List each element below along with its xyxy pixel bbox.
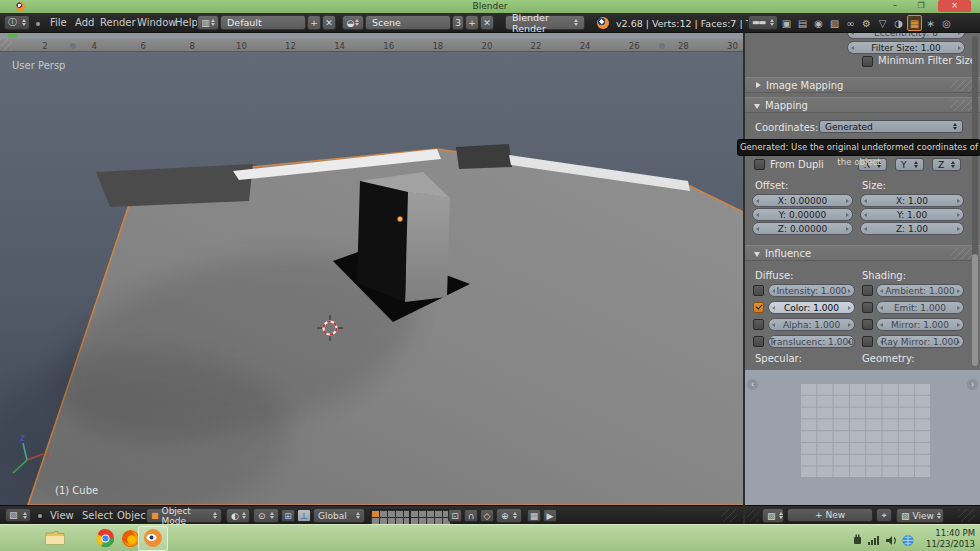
taskbar-clock[interactable]: 11:40 PM 11/23/2013: [926, 528, 975, 549]
cube-right-face[interactable]: [405, 192, 450, 302]
transform-orientation-selector[interactable]: Global: [313, 508, 365, 523]
new-image-button[interactable]: + New: [787, 508, 873, 522]
manipulator-toggle[interactable]: ⊞: [281, 509, 295, 522]
world-properties-tab[interactable]: ◉: [811, 15, 826, 31]
file-explorer-icon[interactable]: [44, 528, 66, 548]
particles-properties-tab[interactable]: ∗: [923, 15, 938, 31]
coordinates-dropdown[interactable]: Generated: [819, 120, 963, 133]
diffuse-intensity-checkbox[interactable]: [753, 285, 764, 296]
diffuse-color-slider[interactable]: Color: 1.000: [768, 301, 855, 314]
layer-cell[interactable]: [435, 511, 442, 517]
scene-users-count[interactable]: 3: [452, 15, 464, 30]
layer-cell[interactable]: [372, 511, 379, 517]
chrome-icon[interactable]: [94, 528, 116, 548]
image-editor-region[interactable]: ‹ ›: [745, 370, 980, 505]
layer-cell[interactable]: [380, 511, 387, 517]
shading-ambient-checkbox[interactable]: [862, 285, 873, 296]
view-menu[interactable]: ▨ View: [896, 508, 944, 523]
texture-properties-tab[interactable]: ▦: [907, 15, 922, 31]
restore-button[interactable]: ❐: [914, 1, 928, 10]
scroller-dot-right[interactable]: [659, 43, 665, 49]
render-still-button[interactable]: ▦: [527, 509, 541, 522]
offset-z-field[interactable]: Z: 0.00000: [752, 222, 853, 235]
snap-element-icon[interactable]: ◇: [480, 509, 494, 522]
from-dupli-checkbox[interactable]: [754, 159, 765, 170]
snap-target-selector[interactable]: ⊕: [496, 508, 522, 523]
region-corner-hatch[interactable]: [959, 509, 975, 522]
axis-z-dropdown[interactable]: Z: [932, 158, 961, 171]
modifiers-properties-tab[interactable]: ⚙: [859, 15, 874, 31]
layer-cell[interactable]: [419, 511, 426, 517]
shading-mirror-checkbox[interactable]: [862, 319, 873, 330]
diffuse-alpha-checkbox[interactable]: [753, 319, 764, 330]
panel-header-image-mapping[interactable]: Image Mapping: [745, 77, 980, 93]
shading-raymirror-checkbox[interactable]: [862, 336, 873, 347]
scene-selector-icon[interactable]: ◒: [342, 15, 364, 30]
snap-magnet-icon[interactable]: ∩: [464, 509, 478, 522]
layer-cell[interactable]: [411, 511, 418, 517]
menu-view[interactable]: View: [50, 510, 74, 521]
scene-field[interactable]: Scene: [365, 15, 451, 30]
size-y-field[interactable]: Y: 1.00: [860, 208, 964, 221]
properties-scrollbar[interactable]: [972, 36, 978, 366]
menu-window[interactable]: Window: [137, 17, 176, 28]
scene-properties-tab[interactable]: ▤: [795, 15, 810, 31]
region-corner-hatch[interactable]: [0, 39, 12, 52]
material-properties-tab[interactable]: ◑: [891, 15, 906, 31]
diffuse-translucency-checkbox[interactable]: [753, 336, 764, 347]
cube-front-face[interactable]: [357, 181, 408, 302]
physics-properties-tab[interactable]: ◎: [939, 15, 954, 31]
layer-cell[interactable]: [388, 511, 395, 517]
screen-layout-field[interactable]: Default: [220, 15, 306, 30]
object-data-properties-tab[interactable]: ▽: [875, 15, 890, 31]
shading-emit-checkbox[interactable]: [862, 302, 873, 313]
render-properties-tab[interactable]: ▣: [779, 15, 794, 31]
add-layout-button[interactable]: +: [307, 15, 321, 30]
diffuse-color-checkbox[interactable]: [753, 302, 764, 313]
editor-type-selector-properties[interactable]: ▬▬: [748, 15, 778, 30]
menu-render[interactable]: Render: [100, 17, 136, 28]
collapse-menu-dot-icon[interactable]: [36, 22, 40, 26]
editor-type-selector-info[interactable]: ⓘ: [4, 15, 30, 30]
minimum-filter-size-checkbox[interactable]: [862, 56, 873, 67]
pin-toggle[interactable]: ⌖: [876, 508, 892, 522]
constraints-properties-tab[interactable]: ∞: [843, 15, 858, 31]
region-divider[interactable]: [743, 33, 745, 524]
diffuse-alpha-slider[interactable]: Alpha: 1.000: [768, 318, 855, 331]
current-frame-indicator[interactable]: [8, 34, 18, 38]
menu-object[interactable]: Object: [117, 510, 150, 521]
shading-mirror-slider[interactable]: Mirror: 1.000: [876, 318, 964, 331]
panel-header-influence[interactable]: Influence: [745, 245, 980, 261]
shading-emit-slider[interactable]: Emit: 1.000: [876, 301, 964, 314]
lock-to-scene-icon[interactable]: ⊡: [448, 509, 462, 522]
mode-selector[interactable]: ■ Object Mode: [146, 508, 222, 523]
screen-layout-icon[interactable]: ▥: [197, 15, 219, 30]
layer-cell[interactable]: [396, 511, 403, 517]
pivot-point-selector[interactable]: ⊙: [253, 508, 279, 523]
region-corner-hatch[interactable]: [747, 509, 759, 522]
menu-file[interactable]: File: [50, 17, 67, 28]
render-animation-button[interactable]: ▶: [543, 509, 557, 522]
shading-ambient-slider[interactable]: Ambient: 1.000: [876, 284, 964, 297]
minimize-button[interactable]: –: [888, 1, 902, 10]
layer-cell[interactable]: [427, 511, 434, 517]
3d-viewport[interactable]: Z X User Persp (1) Cube: [0, 52, 745, 505]
add-scene-button[interactable]: +: [465, 15, 479, 30]
region-corner-hatch[interactable]: [721, 509, 737, 522]
collapse-menu-dot-icon[interactable]: [38, 514, 42, 518]
editor-type-selector-3d[interactable]: ▧: [5, 508, 31, 522]
size-x-field[interactable]: X: 1.00: [860, 194, 964, 207]
eccentricity-field[interactable]: Eccentricity: 8: [847, 33, 965, 39]
filter-size-field[interactable]: Filter Size: 1.00: [847, 41, 965, 54]
editor-type-selector-image[interactable]: ▨: [762, 508, 784, 523]
scrollbar-thumb[interactable]: [972, 254, 978, 366]
shading-raymirror-slider[interactable]: Ray Mirror: 1.000: [876, 335, 964, 348]
delete-scene-button[interactable]: ✕: [480, 15, 494, 30]
scroll-right-icon[interactable]: ›: [967, 379, 978, 390]
region-corner-hatch[interactable]: [726, 17, 740, 29]
blender-taskbar-icon[interactable]: [142, 528, 164, 548]
menu-select[interactable]: Select: [82, 510, 113, 521]
diffuse-intensity-slider[interactable]: Intensity: 1.000: [768, 284, 855, 297]
axis-y-dropdown[interactable]: Y: [895, 158, 924, 171]
menu-add[interactable]: Add: [75, 17, 94, 28]
